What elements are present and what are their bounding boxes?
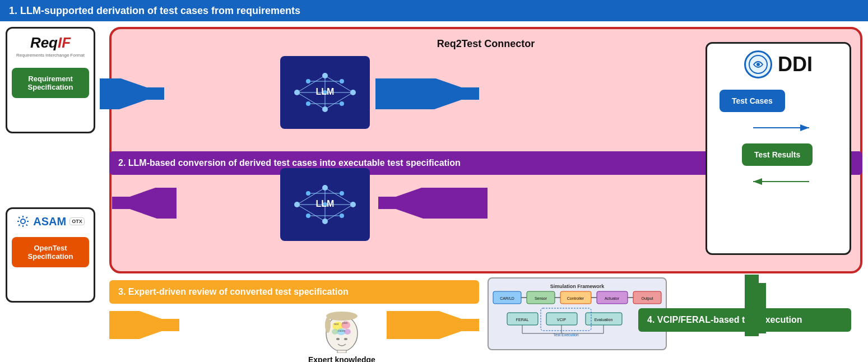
req-spec-badge: Requirement Specification [12,68,89,98]
svg-point-39 [306,191,310,196]
reqif-subtitle: Requirements Interchange Format [16,53,85,58]
ddi-logo-row: DDI [744,50,813,78]
svg-text:Output: Output [641,296,653,301]
step1-header: 1. LLM-supported derivation of test case… [0,0,868,21]
llm-box-bottom: LLM [280,168,370,241]
svg-point-18 [340,101,344,106]
reqif-box: Req IF Requirements Interchange Format R… [6,27,95,133]
svg-rect-57 [337,350,346,353]
step3-label: 3. Expert-driven review of converted tes… [118,287,349,297]
svg-text:cases: cases [338,329,346,332]
svg-point-13 [322,106,328,112]
svg-point-14 [294,90,300,95]
svg-point-40 [340,191,344,196]
svg-text:LLM: LLM [316,87,335,96]
step2-label: 2. LLM-based conversion of derived test … [118,158,461,168]
test-cases-badge: Test Cases [720,90,785,112]
svg-point-15 [306,79,310,83]
llm-network-bottom: LLM [286,177,364,233]
svg-text:Sensor: Sensor [535,296,547,300]
reqif-if: IF [58,34,71,52]
expert-head-icon: test plan cases [317,303,367,353]
svg-point-37 [322,219,328,224]
arrow-llm-to-asam [104,188,177,219]
svg-text:Evaluation: Evaluation [595,318,613,322]
svg-point-16 [340,79,344,83]
svg-text:LLM: LLM [316,199,335,208]
expert-label: Expert knowledge [308,355,375,362]
svg-point-61 [325,317,331,333]
svg-text:test: test [334,322,339,326]
svg-point-60 [326,312,358,321]
step1-label: 1. LLM-supported derivation of test case… [9,5,300,17]
svg-point-38 [294,202,300,207]
svg-point-41 [306,214,310,218]
svg-point-59 [344,338,347,340]
test-results-badge: Test Results [742,143,813,166]
svg-point-17 [306,101,310,106]
asam-logo-text: ASAM [33,215,66,228]
ddi-logo-circle [744,50,772,78]
ddi-box: DDI Test Cases Test Results [705,42,851,255]
svg-text:Test Execution: Test Execution [553,333,579,337]
svg-point-36 [350,202,356,207]
arrow-step3-left [109,311,188,339]
svg-text:CAR/LD: CAR/LD [500,296,514,300]
arrow-ddi-to-llm-bottom [370,188,488,219]
step4-label: 4. VCIP/FERAL-based test execution [647,315,802,325]
ddi-flow-arrow [720,117,832,139]
arrow-step3-right [387,311,488,339]
asam-box: ASAM OTX OpenTest Specification [6,207,95,303]
asam-logo-row: ASAM OTX [16,215,84,228]
opentest-badge: OpenTest Specification [12,237,89,267]
expert-area: test plan cases Expert knowledge [308,303,375,362]
ddi-flow: Test Cases Test Results [714,90,843,193]
ddi-logo-text: DDI [778,53,813,76]
svg-point-23 [756,63,760,66]
svg-text:Actuator: Actuator [605,296,620,300]
svg-text:Controller: Controller [567,296,584,300]
llm-box-top: LLM [280,56,370,129]
llm-network-top: LLM [286,64,364,120]
svg-point-12 [350,90,356,95]
reqif-req: Req [30,34,58,52]
arrow-req-to-llm-top [100,78,173,109]
asam-gear-icon [16,215,30,228]
svg-text:Simulation Framework: Simulation Framework [550,284,605,289]
svg-point-42 [340,214,344,218]
svg-text:plan: plan [342,321,348,324]
svg-point-11 [322,73,328,78]
svg-text:FERAL: FERAL [516,318,529,322]
arrow-sim-to-ddi [745,275,773,336]
main-diagram: 1. LLM-supported derivation of test case… [0,0,868,362]
svg-point-0 [21,219,25,224]
svg-text:VCIP: VCIP [557,318,567,322]
svg-point-35 [322,185,328,191]
otx-badge: OTX [69,217,85,225]
ddi-flow-back-arrow [720,170,832,193]
arrow-llm-to-ddi-top [375,78,488,109]
svg-point-58 [336,338,340,340]
step3-banner: 3. Expert-driven review of converted tes… [109,280,479,304]
